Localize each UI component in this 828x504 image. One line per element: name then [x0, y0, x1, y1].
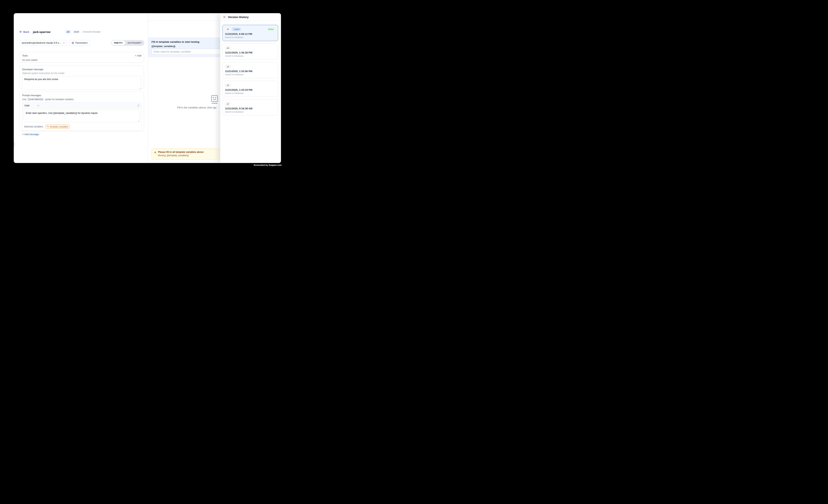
parameters-button[interactable]: Parameters	[69, 40, 90, 46]
warning-title: Please fill in all template variables ab…	[158, 151, 204, 153]
version-number-badge: v5	[225, 28, 231, 31]
variable-chip-label: template_variables	[50, 126, 68, 128]
version-timestamp: 11/21/2025, 1:33:56 PM	[225, 70, 276, 73]
version-number-badge: v1	[225, 102, 231, 106]
drag-handle-icon[interactable]	[137, 104, 139, 107]
developer-message-card: Developer message Optional system instru…	[19, 66, 144, 88]
variable-syntax-code: {{variable}}	[27, 98, 44, 101]
version-saved-status: Saved to Database	[225, 55, 276, 57]
unsaved-changes-text: Unsaved changes	[83, 31, 101, 33]
version-card-v5[interactable]: v5 Latest Active 11/22/2025, 6:08:12 PM …	[222, 25, 278, 41]
prompt-messages-card: Prompt messages Use {{variable}} syntax …	[19, 92, 144, 131]
add-message-label: Add message	[24, 133, 39, 136]
developer-message-subtitle: Optional system instructions for the mod…	[22, 72, 141, 75]
message-textarea[interactable]: Enter task specifics. Use {{template_var…	[24, 110, 140, 122]
version-card-v3[interactable]: v3 11/21/2025, 1:33:56 PM Saved to Datab…	[222, 62, 278, 78]
variable-chip[interactable]: ✎ template_variables	[45, 125, 70, 129]
version-number-badge: v2	[225, 83, 231, 87]
version-history-panel: Version History v5 Latest Active 11/22/2…	[220, 13, 281, 163]
prompt-messages-title: Prompt messages	[22, 94, 141, 97]
message-header: User	[23, 102, 141, 109]
draft-badge: Draft	[73, 30, 80, 34]
warning-triangle-icon	[154, 151, 157, 153]
pencil-icon: ✎	[47, 125, 49, 128]
model-select[interactable]: aws/anthropic/bedrock-claude-3-5-s...	[19, 40, 67, 46]
developer-message-title: Developer message	[22, 68, 141, 71]
hint-suffix: syntax for template variables	[45, 98, 74, 101]
version-timestamp: 11/22/2025, 6:08:12 PM	[225, 33, 276, 35]
tools-title: Tools	[22, 54, 28, 57]
toolbar: aws/anthropic/bedrock-claude-3-5-s... Pa…	[19, 40, 144, 46]
version-timestamp: 11/21/2025, 1:36:28 PM	[225, 51, 276, 54]
add-message-button[interactable]: +Add message	[22, 133, 39, 136]
bot-face-icon	[211, 95, 218, 104]
back-button[interactable]: Back	[19, 31, 29, 33]
tools-empty-text: No tools added	[22, 59, 141, 61]
view-mode-toggle: PRETTY DOTPROMPT	[111, 40, 144, 46]
version-saved-status: Saved to Database	[225, 36, 276, 38]
message-block: User Enter task specifics. Use {{templat…	[22, 102, 141, 131]
version-card-v2[interactable]: v2 11/21/2025, 1:33:19 PM Saved to Datab…	[222, 81, 278, 97]
back-label: Back	[23, 31, 29, 33]
close-button[interactable]	[223, 15, 226, 18]
toggle-pretty[interactable]: PRETTY	[112, 40, 125, 45]
version-card-v4[interactable]: v4 11/21/2025, 1:36:28 PM Saved to Datab…	[222, 43, 278, 60]
chevron-down-icon	[37, 105, 39, 106]
hint-prefix: Use	[22, 98, 26, 101]
watermark-text: Screenshot by Xnapper.com	[254, 164, 282, 166]
version-saved-status: Saved to Database	[225, 92, 276, 94]
role-select[interactable]: User	[25, 104, 39, 107]
version-saved-status: Saved to Database	[225, 73, 276, 76]
role-select-value: User	[25, 104, 30, 107]
version-number-badge: v4	[225, 46, 231, 50]
version-number-badge: v3	[225, 65, 231, 68]
gear-icon	[72, 42, 74, 44]
chevron-down-icon	[63, 42, 65, 43]
app-window: Back jack-sparrow v5 Draft Unsaved chang…	[14, 13, 281, 163]
parameters-label: Parameters	[76, 42, 88, 44]
version-timestamp: 11/21/2025, 9:16:39 AM	[225, 107, 276, 110]
version-history-header: Version History	[220, 13, 281, 21]
latest-badge: Latest	[232, 28, 241, 31]
version-badge: v5	[66, 30, 71, 34]
version-saved-status: Saved to Database	[225, 111, 276, 113]
plus-icon: +	[135, 54, 136, 57]
toggle-dotprompt[interactable]: DOTPROMPT	[125, 40, 144, 45]
add-tool-label: Add	[137, 54, 141, 57]
developer-message-textarea[interactable]: Respond as you are tom cruise	[22, 76, 141, 90]
active-badge: Active	[267, 28, 276, 31]
detected-variables-row: Detected variables: ✎ template_variables	[23, 123, 141, 130]
tools-card: Tools +Add No tools added	[19, 52, 144, 63]
version-card-v1[interactable]: v1 11/21/2025, 9:16:39 AM Saved to Datab…	[222, 99, 278, 116]
edge-peek-element	[14, 142, 14, 146]
page-title: jack-sparrow	[33, 30, 50, 34]
version-history-title: Version History	[228, 15, 249, 18]
plus-icon: +	[22, 133, 24, 136]
model-select-value: aws/anthropic/bedrock-claude-3-5-s...	[22, 42, 61, 44]
version-timestamp: 11/21/2025, 1:33:19 PM	[225, 88, 276, 91]
add-tool-button[interactable]: +Add	[135, 54, 141, 57]
close-icon	[223, 16, 225, 18]
detected-variables-label: Detected variables:	[24, 125, 43, 128]
version-list: v5 Latest Active 11/22/2025, 6:08:12 PM …	[220, 21, 281, 116]
variable-syntax-hint: Use {{variable}} syntax for template var…	[22, 98, 141, 101]
page-header: Back jack-sparrow v5 Draft Unsaved chang…	[19, 30, 101, 34]
arrow-left-icon	[19, 31, 22, 33]
